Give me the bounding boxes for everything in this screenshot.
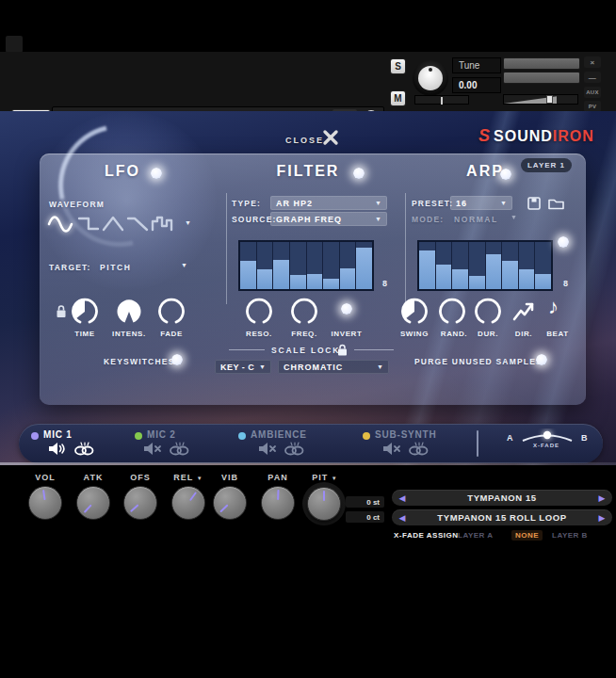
keyswitches-label: KEYSWITCHES — [104, 357, 175, 366]
arp-mode-value[interactable]: NORMAL — [454, 215, 498, 224]
close-x-button[interactable] — [321, 128, 340, 147]
arp-step-graph[interactable] — [417, 240, 553, 291]
direction-label: DIR. — [509, 330, 539, 338]
save-preset-button[interactable] — [527, 197, 541, 210]
lfo-title: LFO — [94, 163, 151, 180]
subsynth-mute-button[interactable] — [382, 442, 401, 456]
waveform-triangle-button[interactable] — [102, 214, 124, 234]
vib-knob[interactable] — [213, 486, 247, 520]
layer-a-selector[interactable]: ◀ TYMPANON 15 ▶ — [392, 490, 612, 506]
lfo-enable-toggle[interactable] — [151, 168, 162, 179]
rel-knob[interactable] — [171, 486, 205, 520]
assign-option-layer-a[interactable]: LAYER A — [458, 531, 494, 540]
close-label[interactable]: CLOSE — [285, 136, 324, 145]
volume-slider[interactable] — [503, 94, 578, 105]
saw-wave-icon — [126, 214, 149, 234]
target-dropdown-caret[interactable]: ▼ — [181, 262, 187, 268]
beat-button[interactable]: ♪ — [548, 295, 559, 319]
ambience-link-button[interactable] — [284, 442, 304, 456]
xfade-slider[interactable] — [520, 428, 575, 443]
atk-knob[interactable] — [76, 486, 110, 520]
arp-enable-toggle[interactable] — [500, 169, 511, 180]
mic1-label[interactable]: MIC 1 — [43, 429, 73, 440]
mic2-link-button[interactable] — [169, 442, 189, 456]
invert-toggle[interactable] — [341, 303, 352, 315]
aux-button[interactable]: AUX — [584, 87, 601, 98]
target-value[interactable]: PITCH — [100, 263, 132, 272]
vol-knob[interactable] — [28, 486, 62, 520]
tune-label: Tune — [459, 60, 479, 71]
key-dropdown[interactable]: KEY - C ▼ — [215, 360, 271, 374]
layer-b-prev-arrow[interactable]: ◀ — [392, 513, 413, 523]
waveform-saw-button[interactable] — [126, 214, 149, 234]
app-window: S ▼ Ancient Greek Percussion ◀ ▶ i Outpu… — [0, 0, 616, 678]
mic2-label[interactable]: MIC 2 — [147, 429, 176, 440]
duration-knob-label: DUR. — [471, 330, 505, 338]
chain-link-icon — [73, 442, 94, 456]
lfo-lock-icon[interactable] — [56, 304, 67, 318]
arp-preset-dropdown[interactable]: 16 ▼ — [450, 196, 512, 210]
layer-a-next-arrow[interactable]: ▶ — [592, 493, 612, 503]
keyswitches-toggle[interactable] — [171, 354, 183, 365]
filter-source-dropdown[interactable]: GRAPH FREQ ▼ — [270, 212, 387, 226]
subsynth-label[interactable]: SUB-SYNTH — [375, 429, 437, 440]
waveform-dropdown-caret[interactable]: ▼ — [185, 219, 191, 226]
subsynth-link-button[interactable] — [408, 442, 429, 456]
resonance-knob[interactable] — [245, 298, 273, 326]
filter-enable-toggle[interactable] — [353, 168, 365, 179]
layer-a-prev-arrow[interactable]: ◀ — [392, 493, 413, 503]
assign-option-none[interactable]: NONE — [511, 530, 543, 541]
waveform-sine-button[interactable] — [47, 214, 73, 234]
random-knob[interactable] — [438, 298, 466, 326]
speaker-muted-icon — [258, 442, 277, 456]
scale-lock-icon[interactable] — [337, 344, 348, 356]
pan-knob[interactable] — [261, 486, 295, 520]
pitch-cents-box[interactable]: 0 ct — [346, 511, 384, 523]
scale-lock-label: SCALE LOCK — [271, 346, 340, 355]
filter-step-graph[interactable] — [238, 240, 374, 291]
mic1-link-button[interactable] — [73, 442, 94, 456]
fade-knob[interactable] — [157, 298, 186, 326]
assign-option-layer-b[interactable]: LAYER B — [552, 531, 588, 540]
arp-mode-caret[interactable]: ▼ — [511, 214, 517, 220]
intensity-knob-label: INTENS. — [111, 330, 147, 338]
fx-panel: LAYER 1 LFO WAVEFORM ▼ TARGET: PITCH ▼ — [40, 153, 586, 405]
frequency-knob[interactable] — [290, 298, 318, 326]
time-knob[interactable] — [71, 298, 99, 326]
ambience-label[interactable]: AMBIENCE — [251, 429, 307, 440]
arp-velocity-toggle[interactable] — [558, 236, 569, 248]
square-wave-icon — [77, 214, 100, 234]
filter-type-dropdown[interactable]: AR HP2 ▼ — [270, 196, 387, 210]
pit-knob[interactable] — [307, 487, 341, 521]
swing-knob[interactable] — [400, 298, 429, 326]
sine-wave-icon — [47, 214, 73, 234]
pitch-cents-value: 0 ct — [366, 513, 380, 522]
duration-knob[interactable] — [474, 298, 502, 326]
corner-chip — [6, 36, 23, 53]
waveform-random-button[interactable] — [151, 214, 175, 234]
direction-button[interactable] — [511, 299, 536, 324]
tune-knob[interactable] — [413, 60, 448, 96]
mic2-mute-button[interactable] — [143, 442, 162, 456]
scale-dropdown[interactable]: CHROMATIC ▼ — [278, 360, 389, 374]
ofs-knob[interactable] — [123, 486, 157, 520]
close-instrument-button[interactable]: × — [584, 56, 601, 68]
tune-value-box[interactable]: 0.00 — [452, 77, 501, 93]
load-preset-button[interactable] — [548, 197, 564, 210]
pan-slider[interactable] — [414, 95, 469, 105]
purge-unused-toggle[interactable] — [536, 354, 547, 365]
mute-button[interactable]: M — [390, 90, 406, 106]
layer-b-next-arrow[interactable]: ▶ — [592, 513, 612, 523]
random-knob-label: RAND. — [435, 330, 473, 338]
pitch-semitones-box[interactable]: 0 st — [346, 496, 384, 508]
ambience-mute-button[interactable] — [258, 442, 277, 456]
layer-b-selector[interactable]: ◀ TYMPANON 15 ROLL LOOP ▶ — [392, 509, 612, 525]
waveform-square-button[interactable] — [77, 214, 100, 234]
minimize-instrument-button[interactable]: — — [584, 72, 601, 83]
solo-button[interactable]: S — [390, 58, 406, 74]
intensity-knob[interactable] — [115, 298, 143, 326]
rel-dropdown-caret[interactable]: ▼ — [197, 476, 203, 481]
mic1-mute-button[interactable] — [48, 442, 67, 456]
pit-dropdown-caret[interactable]: ▼ — [332, 476, 338, 481]
time-knob-label: TIME — [71, 330, 99, 338]
